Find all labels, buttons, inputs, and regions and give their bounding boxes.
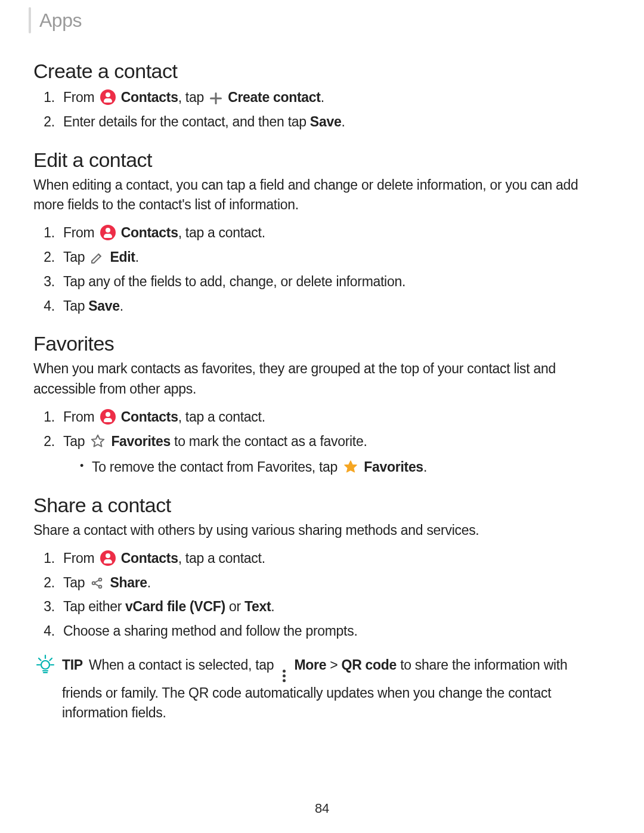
svg-point-5 xyxy=(41,661,49,669)
text: Choose a sharing method and follow the p… xyxy=(63,623,357,639)
page: Apps Create a contact From Contacts, tap… xyxy=(0,0,644,833)
edit-label: Edit xyxy=(110,249,135,265)
save-label: Save xyxy=(88,298,120,314)
more-vertical-icon xyxy=(279,669,289,683)
text: Tap xyxy=(63,575,85,590)
share-icon xyxy=(90,576,104,590)
share-step-1: From Contacts, tap a contact. xyxy=(58,547,611,569)
more-label: More xyxy=(295,657,327,673)
favorites-label: Favorites xyxy=(364,459,423,475)
plus-icon xyxy=(209,92,222,105)
text: Tap either xyxy=(63,599,125,614)
edit-steps: From Contacts, tap a contact. Tap Edit. … xyxy=(33,222,611,317)
lightbulb-icon xyxy=(33,653,62,677)
text: > xyxy=(326,657,341,673)
edit-step-3: Tap any of the fields to add, change, or… xyxy=(58,271,611,293)
text: or xyxy=(225,599,244,614)
create-steps: From Contacts, tap Create contact. Enter… xyxy=(33,86,611,133)
svg-line-3 xyxy=(95,580,99,583)
share-step-3: Tap either vCard file (VCF) or Text. xyxy=(58,596,611,618)
text: to mark the contact as a favorite. xyxy=(171,433,367,449)
share-label: Share xyxy=(110,575,147,590)
text: Enter details for the contact, and then … xyxy=(63,114,310,129)
text: . xyxy=(135,249,139,265)
qr-code-label: QR code xyxy=(342,657,397,673)
share-step-2: Tap Share. xyxy=(58,572,611,594)
create-contact-label: Create contact xyxy=(228,89,321,105)
star-filled-icon xyxy=(343,459,358,475)
text: . xyxy=(271,599,274,614)
text: To remove the contact from Favorites, ta… xyxy=(92,459,338,475)
text: . xyxy=(341,114,345,129)
text: . xyxy=(423,459,427,475)
svg-line-11 xyxy=(39,658,41,661)
share-intro: Share a contact with others by using var… xyxy=(33,521,611,540)
favorites-label: Favorites xyxy=(111,433,171,449)
heading-create-contact: Create a contact xyxy=(33,60,611,83)
text: . xyxy=(120,298,123,314)
text: Tap xyxy=(63,298,88,314)
tip-label: TIP xyxy=(62,657,83,673)
heading-edit-contact: Edit a contact xyxy=(33,148,611,172)
text: Tap xyxy=(63,433,85,449)
favorites-step-2: Tap Favorites to mark the contact as a f… xyxy=(58,431,611,478)
share-steps: From Contacts, tap a contact. Tap Share.… xyxy=(33,547,611,642)
share-step-4: Choose a sharing method and follow the p… xyxy=(58,620,611,642)
page-header: Apps xyxy=(29,7,611,33)
breadcrumb-label: Apps xyxy=(39,10,82,32)
text: Tap any of the fields to add, change, or… xyxy=(63,274,405,289)
create-step-1: From Contacts, tap Create contact. xyxy=(58,86,611,109)
text-label: Text xyxy=(244,599,271,614)
edit-pencil-icon xyxy=(90,250,104,265)
text: . xyxy=(147,575,151,590)
text: Tap xyxy=(63,249,85,265)
text: From xyxy=(63,89,94,105)
text: , tap a contact. xyxy=(178,225,265,240)
edit-step-1: From Contacts, tap a contact. xyxy=(58,222,611,244)
svg-line-12 xyxy=(50,658,52,661)
contacts-app-icon xyxy=(100,409,116,425)
contacts-label: Contacts xyxy=(121,550,178,566)
save-label: Save xyxy=(310,114,342,129)
vcf-label: vCard file (VCF) xyxy=(125,599,225,614)
text: , tap a contact. xyxy=(178,409,265,425)
heading-favorites: Favorites xyxy=(33,332,611,355)
contacts-label: Contacts xyxy=(121,225,178,240)
contacts-label: Contacts xyxy=(121,409,178,425)
tip-block: TIP When a contact is selected, tap More… xyxy=(33,655,611,723)
text: From xyxy=(63,409,94,425)
header-rule xyxy=(29,7,31,33)
edit-step-2: Tap Edit. xyxy=(58,246,611,268)
text: . xyxy=(321,89,324,105)
text: When a contact is selected, tap xyxy=(85,657,274,673)
star-outline-icon xyxy=(90,433,106,449)
contacts-app-icon xyxy=(100,550,116,566)
favorites-step-1: From Contacts, tap a contact. xyxy=(58,406,611,428)
contacts-label: Contacts xyxy=(121,89,178,105)
text: , tap xyxy=(178,89,204,105)
edit-step-4: Tap Save. xyxy=(58,295,611,317)
text: From xyxy=(63,550,94,566)
favorites-intro: When you mark contacts as favorites, the… xyxy=(33,359,611,399)
text: From xyxy=(63,225,94,240)
heading-share-contact: Share a contact xyxy=(33,494,611,517)
tip-text: TIP When a contact is selected, tap More… xyxy=(62,655,611,723)
svg-line-4 xyxy=(95,584,99,586)
page-number: 84 xyxy=(0,801,644,816)
favorites-substeps: To remove the contact from Favorites, ta… xyxy=(63,456,611,478)
contacts-app-icon xyxy=(100,225,116,240)
favorites-steps: From Contacts, tap a contact. Tap Favori… xyxy=(33,406,611,478)
favorites-substep-1: To remove the contact from Favorites, ta… xyxy=(80,456,611,478)
text: , tap a contact. xyxy=(178,550,265,566)
create-step-2: Enter details for the contact, and then … xyxy=(58,111,611,133)
contacts-app-icon xyxy=(100,89,116,105)
edit-intro: When editing a contact, you can tap a fi… xyxy=(33,175,611,215)
